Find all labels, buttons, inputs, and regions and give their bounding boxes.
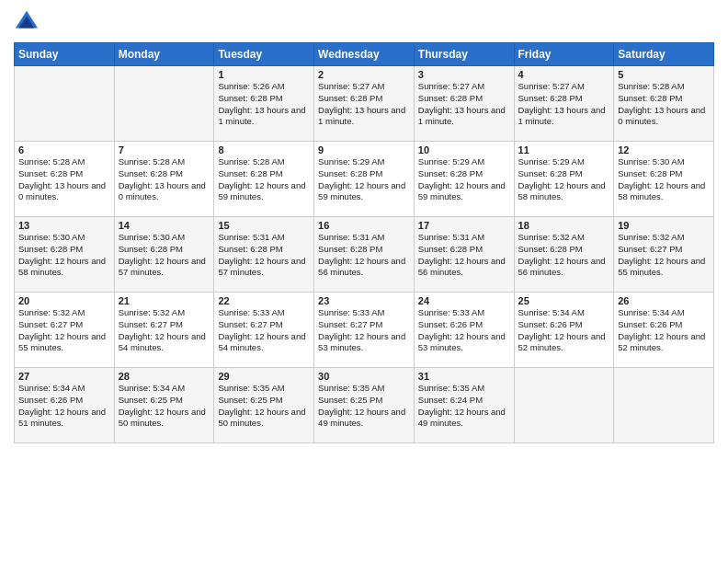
- day-info: Sunrise: 5:28 AM Sunset: 6:28 PM Dayligh…: [218, 156, 310, 203]
- day-number: 20: [18, 295, 110, 306]
- day-info: Sunrise: 5:33 AM Sunset: 6:26 PM Dayligh…: [418, 307, 510, 354]
- day-cell: 19Sunrise: 5:32 AM Sunset: 6:27 PM Dayli…: [614, 217, 714, 293]
- day-number: 22: [218, 295, 310, 306]
- day-cell: 27Sunrise: 5:34 AM Sunset: 6:26 PM Dayli…: [15, 368, 115, 443]
- day-info: Sunrise: 5:29 AM Sunset: 6:28 PM Dayligh…: [518, 156, 610, 203]
- day-info: Sunrise: 5:29 AM Sunset: 6:28 PM Dayligh…: [318, 156, 410, 203]
- day-cell: 31Sunrise: 5:35 AM Sunset: 6:24 PM Dayli…: [414, 368, 514, 443]
- week-row-3: 20Sunrise: 5:32 AM Sunset: 6:27 PM Dayli…: [15, 293, 714, 368]
- day-cell: 14Sunrise: 5:30 AM Sunset: 6:28 PM Dayli…: [114, 217, 214, 293]
- day-cell: 21Sunrise: 5:32 AM Sunset: 6:27 PM Dayli…: [114, 293, 214, 368]
- week-row-0: 1Sunrise: 5:26 AM Sunset: 6:28 PM Daylig…: [15, 66, 714, 142]
- day-info: Sunrise: 5:33 AM Sunset: 6:27 PM Dayligh…: [318, 307, 410, 354]
- day-info: Sunrise: 5:35 AM Sunset: 6:25 PM Dayligh…: [318, 383, 410, 430]
- day-number: 24: [418, 295, 510, 306]
- day-cell: 17Sunrise: 5:31 AM Sunset: 6:28 PM Dayli…: [414, 217, 514, 293]
- day-number: 31: [418, 371, 510, 382]
- logo: [14, 9, 43, 35]
- day-number: 19: [618, 220, 710, 231]
- day-cell: [514, 368, 614, 443]
- day-info: Sunrise: 5:29 AM Sunset: 6:28 PM Dayligh…: [418, 156, 510, 203]
- day-info: Sunrise: 5:34 AM Sunset: 6:25 PM Dayligh…: [119, 383, 210, 430]
- day-number: 12: [618, 144, 710, 155]
- day-info: Sunrise: 5:28 AM Sunset: 6:28 PM Dayligh…: [18, 156, 110, 203]
- day-number: 23: [318, 295, 410, 306]
- day-info: Sunrise: 5:30 AM Sunset: 6:28 PM Dayligh…: [119, 232, 210, 279]
- day-cell: 9Sunrise: 5:29 AM Sunset: 6:28 PM Daylig…: [314, 142, 415, 217]
- day-number: 27: [18, 371, 110, 382]
- day-info: Sunrise: 5:27 AM Sunset: 6:28 PM Dayligh…: [518, 81, 610, 128]
- day-info: Sunrise: 5:32 AM Sunset: 6:27 PM Dayligh…: [18, 307, 110, 354]
- weekday-header-row: SundayMondayTuesdayWednesdayThursdayFrid…: [15, 43, 714, 66]
- day-number: 18: [518, 220, 610, 231]
- weekday-header-saturday: Saturday: [614, 43, 714, 66]
- day-info: Sunrise: 5:27 AM Sunset: 6:28 PM Dayligh…: [418, 81, 510, 128]
- day-info: Sunrise: 5:28 AM Sunset: 6:28 PM Dayligh…: [119, 156, 210, 203]
- day-number: 13: [18, 220, 110, 231]
- day-cell: 13Sunrise: 5:30 AM Sunset: 6:28 PM Dayli…: [15, 217, 115, 293]
- weekday-header-sunday: Sunday: [15, 43, 115, 66]
- day-cell: 30Sunrise: 5:35 AM Sunset: 6:25 PM Dayli…: [314, 368, 415, 443]
- calendar-table: SundayMondayTuesdayWednesdayThursdayFrid…: [14, 42, 714, 443]
- day-number: 2: [318, 69, 410, 80]
- header: [14, 9, 714, 35]
- day-number: 11: [518, 144, 610, 155]
- day-cell: 10Sunrise: 5:29 AM Sunset: 6:28 PM Dayli…: [414, 142, 514, 217]
- day-info: Sunrise: 5:27 AM Sunset: 6:28 PM Dayligh…: [318, 81, 410, 128]
- day-cell: [114, 66, 214, 142]
- day-info: Sunrise: 5:31 AM Sunset: 6:28 PM Dayligh…: [418, 232, 510, 279]
- day-info: Sunrise: 5:34 AM Sunset: 6:26 PM Dayligh…: [518, 307, 610, 354]
- day-number: 26: [618, 295, 710, 306]
- day-number: 30: [318, 371, 410, 382]
- day-cell: 12Sunrise: 5:30 AM Sunset: 6:28 PM Dayli…: [614, 142, 714, 217]
- day-cell: 22Sunrise: 5:33 AM Sunset: 6:27 PM Dayli…: [214, 293, 314, 368]
- week-row-4: 27Sunrise: 5:34 AM Sunset: 6:26 PM Dayli…: [15, 368, 714, 443]
- day-number: 6: [18, 144, 110, 155]
- day-cell: 28Sunrise: 5:34 AM Sunset: 6:25 PM Dayli…: [114, 368, 214, 443]
- day-info: Sunrise: 5:35 AM Sunset: 6:25 PM Dayligh…: [218, 383, 310, 430]
- day-cell: 1Sunrise: 5:26 AM Sunset: 6:28 PM Daylig…: [214, 66, 314, 142]
- week-row-2: 13Sunrise: 5:30 AM Sunset: 6:28 PM Dayli…: [15, 217, 714, 293]
- day-cell: 18Sunrise: 5:32 AM Sunset: 6:28 PM Dayli…: [514, 217, 614, 293]
- day-info: Sunrise: 5:31 AM Sunset: 6:28 PM Dayligh…: [318, 232, 410, 279]
- day-number: 4: [518, 69, 610, 80]
- day-cell: 25Sunrise: 5:34 AM Sunset: 6:26 PM Dayli…: [514, 293, 614, 368]
- day-number: 9: [318, 144, 410, 155]
- weekday-header-wednesday: Wednesday: [314, 43, 415, 66]
- day-number: 29: [218, 371, 310, 382]
- day-info: Sunrise: 5:32 AM Sunset: 6:27 PM Dayligh…: [119, 307, 210, 354]
- day-cell: 5Sunrise: 5:28 AM Sunset: 6:28 PM Daylig…: [614, 66, 714, 142]
- day-cell: 7Sunrise: 5:28 AM Sunset: 6:28 PM Daylig…: [114, 142, 214, 217]
- page: SundayMondayTuesdayWednesdayThursdayFrid…: [0, 0, 728, 563]
- day-number: 8: [218, 144, 310, 155]
- day-cell: 8Sunrise: 5:28 AM Sunset: 6:28 PM Daylig…: [214, 142, 314, 217]
- day-number: 15: [218, 220, 310, 231]
- day-info: Sunrise: 5:35 AM Sunset: 6:24 PM Dayligh…: [418, 383, 510, 430]
- day-cell: 20Sunrise: 5:32 AM Sunset: 6:27 PM Dayli…: [15, 293, 115, 368]
- day-cell: 29Sunrise: 5:35 AM Sunset: 6:25 PM Dayli…: [214, 368, 314, 443]
- day-info: Sunrise: 5:31 AM Sunset: 6:28 PM Dayligh…: [218, 232, 310, 279]
- day-info: Sunrise: 5:28 AM Sunset: 6:28 PM Dayligh…: [618, 81, 710, 128]
- day-cell: 4Sunrise: 5:27 AM Sunset: 6:28 PM Daylig…: [514, 66, 614, 142]
- day-info: Sunrise: 5:33 AM Sunset: 6:27 PM Dayligh…: [218, 307, 310, 354]
- day-info: Sunrise: 5:32 AM Sunset: 6:27 PM Dayligh…: [618, 232, 710, 279]
- logo-icon: [14, 9, 40, 35]
- day-info: Sunrise: 5:30 AM Sunset: 6:28 PM Dayligh…: [18, 232, 110, 279]
- day-cell: 26Sunrise: 5:34 AM Sunset: 6:26 PM Dayli…: [614, 293, 714, 368]
- day-number: 16: [318, 220, 410, 231]
- day-number: 3: [418, 69, 510, 80]
- week-row-1: 6Sunrise: 5:28 AM Sunset: 6:28 PM Daylig…: [15, 142, 714, 217]
- day-cell: 15Sunrise: 5:31 AM Sunset: 6:28 PM Dayli…: [214, 217, 314, 293]
- day-cell: 2Sunrise: 5:27 AM Sunset: 6:28 PM Daylig…: [314, 66, 415, 142]
- day-number: 5: [618, 69, 710, 80]
- day-cell: 3Sunrise: 5:27 AM Sunset: 6:28 PM Daylig…: [414, 66, 514, 142]
- day-cell: 23Sunrise: 5:33 AM Sunset: 6:27 PM Dayli…: [314, 293, 415, 368]
- weekday-header-thursday: Thursday: [414, 43, 514, 66]
- day-number: 10: [418, 144, 510, 155]
- weekday-header-friday: Friday: [514, 43, 614, 66]
- day-cell: 24Sunrise: 5:33 AM Sunset: 6:26 PM Dayli…: [414, 293, 514, 368]
- day-cell: 16Sunrise: 5:31 AM Sunset: 6:28 PM Dayli…: [314, 217, 415, 293]
- day-cell: 11Sunrise: 5:29 AM Sunset: 6:28 PM Dayli…: [514, 142, 614, 217]
- day-number: 17: [418, 220, 510, 231]
- day-info: Sunrise: 5:34 AM Sunset: 6:26 PM Dayligh…: [618, 307, 710, 354]
